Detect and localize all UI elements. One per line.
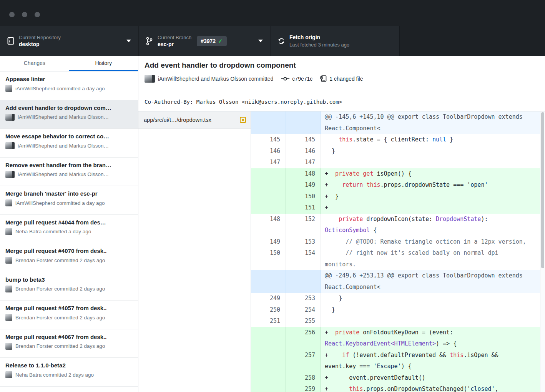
diff-gutter-new: 259 xyxy=(286,384,321,392)
commit-list: Appease linteriAmWillShepherd committed … xyxy=(0,71,138,392)
commit-meta: iAmWillShepherd and Markus Olsson… xyxy=(18,114,109,120)
diff-gutter-new: 146 xyxy=(286,146,321,157)
commit-list-item[interactable]: Add event handler to dropdown com…iAmWil… xyxy=(0,100,138,129)
commit-title: Remove event handler from the bran… xyxy=(5,162,133,168)
diff-gutter-new: 151 xyxy=(286,202,321,214)
diff-gutter-new: 254 xyxy=(286,304,321,316)
avatar xyxy=(5,343,12,350)
diff-gutter-old: 146 xyxy=(251,146,286,157)
tab-changes[interactable]: Changes xyxy=(0,56,69,71)
commit-description: Co-Authored-By: Markus Olsson <niik@user… xyxy=(138,93,545,111)
avatar xyxy=(5,199,12,206)
commit-title: Merge pull request #4057 from desk.. xyxy=(5,305,133,311)
diff-row-add: 256+ private onFoldoutKeyDown = (event: … xyxy=(251,327,540,350)
commit-title: Merge pull request #4070 from desk.. xyxy=(5,247,133,254)
diff-file-icon xyxy=(320,75,327,82)
minimize-window-button[interactable] xyxy=(22,12,27,17)
git-commit-icon xyxy=(281,76,289,81)
commit-list-item[interactable]: Merge pull request #4057 from desk..Bren… xyxy=(0,301,138,329)
chevron-down-icon xyxy=(126,40,131,42)
app-toolbar: Current Repository desktop Current Branc… xyxy=(0,26,545,56)
diff-code-line: // right now it's scaled badly on normal… xyxy=(321,247,540,270)
diff-gutter-old: 249 xyxy=(251,293,286,304)
branch-label: Current Branch xyxy=(158,35,191,40)
diff-gutter-old: 250 xyxy=(251,304,286,316)
commit-title: Merge pull request #4044 from des… xyxy=(5,219,133,226)
diff-gutter-old xyxy=(251,202,286,214)
sync-icon xyxy=(277,37,286,45)
commit-meta: iAmWillShepherd and Markus Olsson… xyxy=(18,143,109,149)
traffic-lights xyxy=(9,12,40,17)
avatar xyxy=(5,142,15,149)
diff-code-line: + this.props.onDropdownStateChanged('clo… xyxy=(321,384,540,392)
repository-name: desktop xyxy=(19,41,40,47)
diff-gutter-new: 256 xyxy=(286,327,321,350)
commit-list-item[interactable]: Appease linteriAmWillShepherd committed … xyxy=(0,71,138,100)
diff-gutter-new: 147 xyxy=(286,157,321,168)
commit-list-item[interactable]: Merge branch 'master' into esc-priAmWill… xyxy=(0,186,138,215)
commit-sha[interactable]: c79e71c xyxy=(292,76,312,82)
chevron-down-icon xyxy=(258,40,263,42)
diff-gutter-old: 149 xyxy=(251,236,286,248)
commit-meta: Brendan Forster committed 2 days ago xyxy=(15,286,105,292)
commit-list-item[interactable]: Merge pull request #4070 from desk..Bren… xyxy=(0,243,138,272)
repo-book-icon xyxy=(6,37,15,45)
commit-meta: iAmWillShepherd committed a day ago xyxy=(15,86,105,91)
diff-row-context: 150154 // right now it's scaled badly on… xyxy=(251,247,540,270)
pr-number-badge: #3972 ✓ xyxy=(197,36,227,46)
commit-summary-title: Add event handler to dropdown component xyxy=(145,61,545,70)
diff-row-hunk: @@ -145,6 +145,10 @@ export class Toolba… xyxy=(251,111,540,134)
commit-title: Release to 1.1.0-beta2 xyxy=(5,362,133,369)
pr-number: #3972 xyxy=(201,38,216,44)
window-titlebar xyxy=(0,0,545,26)
diff-row-context: 146146 } xyxy=(251,146,540,157)
co-author-line: Co-Authored-By: Markus Olsson <niik@user… xyxy=(145,99,342,105)
diff-gutter-old xyxy=(251,168,286,180)
diff-gutter-old xyxy=(251,327,286,350)
github-desktop-window: Current Repository desktop Current Branc… xyxy=(0,0,545,392)
diff-row-context: 148152 private dropdownIcon(state: Dropd… xyxy=(251,214,540,236)
diff-gutter-old xyxy=(251,384,286,392)
diff-gutter-new xyxy=(286,111,321,134)
diff-gutter-new: 150 xyxy=(286,191,321,203)
branch-name: esc-pr xyxy=(158,41,174,47)
commit-title: bump to beta3 xyxy=(5,276,133,283)
diff-row-context: 251255 xyxy=(251,316,540,327)
commit-list-item[interactable]: bump to beta3Brendan Forster committed 2… xyxy=(0,272,138,301)
commit-meta: Brendan Forster committed 2 days ago xyxy=(15,315,105,321)
commit-header: Add event handler to dropdown component … xyxy=(138,56,545,92)
commit-meta: iAmWillShepherd and Markus Olsson… xyxy=(18,171,109,177)
commit-list-item[interactable]: Move escape behavior to correct co…iAmWi… xyxy=(0,129,138,158)
diff-gutter-new: 145 xyxy=(286,134,321,146)
commit-list-item[interactable]: Merge pull request #4044 from des…Neha B… xyxy=(0,215,138,244)
commit-title: Move escape behavior to correct co… xyxy=(5,133,133,140)
diff-code-line: private dropdownIcon(state: DropdownStat… xyxy=(321,214,540,236)
file-list-item[interactable]: app/src/ui/t…/dropdown.tsx xyxy=(138,111,251,129)
diff-row-context: 249253 } xyxy=(251,293,540,304)
changed-files-count: 1 changed file xyxy=(329,76,363,82)
diff-code-line: // @TODO: Remake triangle octicon in a 1… xyxy=(321,236,540,248)
commit-list-item[interactable]: Merge pull request #4067 from desk..Bren… xyxy=(0,329,138,358)
diff-gutter-old xyxy=(251,179,286,191)
diff-code-line: @@ -249,6 +253,13 @@ export class Toolba… xyxy=(321,270,540,293)
repository-switcher-button[interactable]: Current Repository desktop xyxy=(0,26,138,56)
commit-list-item[interactable]: Release to 1.1.0-beta2Neha Batra committ… xyxy=(0,358,138,387)
close-window-button[interactable] xyxy=(9,12,15,17)
avatar xyxy=(5,171,15,178)
branch-switcher-button[interactable]: Current Branch esc-pr #3972 ✓ xyxy=(139,26,270,56)
commit-title: Merge pull request #4071 from desk.. xyxy=(5,391,133,392)
diff-code-line: } xyxy=(321,293,540,304)
commit-list-item[interactable]: Merge pull request #4071 from desk.. xyxy=(0,387,138,392)
diff-code-line: } xyxy=(321,146,540,157)
diff-gutter-old xyxy=(251,191,286,203)
diff-gutter-new: 148 xyxy=(286,168,321,180)
diff-code-line: + event.preventDefault() xyxy=(321,372,540,384)
zoom-window-button[interactable] xyxy=(35,12,40,17)
scrollbar-thumb[interactable] xyxy=(541,112,544,268)
commit-list-item[interactable]: Remove event handler from the bran…iAmWi… xyxy=(0,158,138,186)
diff-code-line: @@ -145,6 +145,10 @@ export class Toolba… xyxy=(321,111,540,134)
diff-view: @@ -145,6 +145,10 @@ export class Toolba… xyxy=(251,111,540,392)
tab-history[interactable]: History xyxy=(69,56,138,71)
fetch-origin-button[interactable]: Fetch origin Last fetched 3 minutes ago xyxy=(271,26,400,56)
diff-row-add: 258+ event.preventDefault() xyxy=(251,372,540,384)
